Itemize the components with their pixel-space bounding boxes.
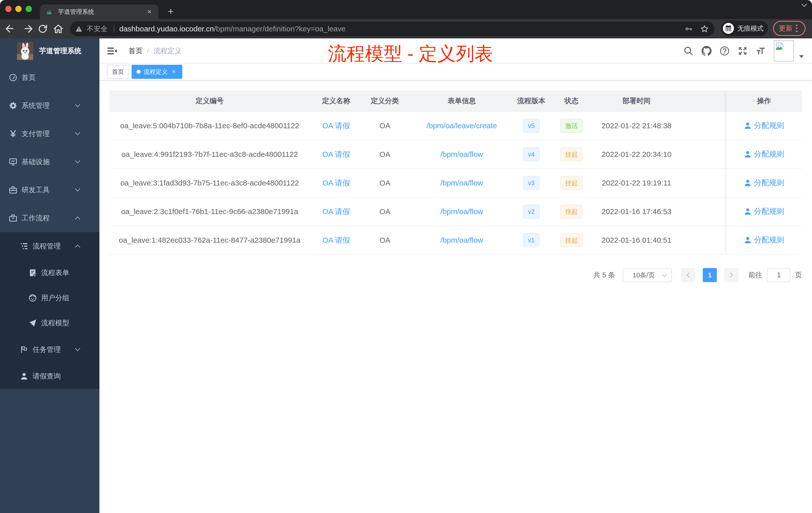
next-page-button[interactable] [724,268,738,282]
sidebar-item-首页[interactable]: 首页 [0,63,99,92]
column-header-部署时间: 部署时间 [597,90,676,112]
user-icon [20,372,28,380]
cell-filler [676,226,726,254]
definition-name-link[interactable]: OA 请假 [322,121,350,130]
user-icon [744,236,752,244]
new-tab-button[interactable]: + [164,5,177,18]
zoom-window-button[interactable] [26,6,32,12]
hamburger-collapse-icon[interactable] [107,46,117,56]
pagination: 共 5 条 10条/页 1 前往 页 [110,268,802,282]
browser-window: 芋道管理系统 × + 不安全 dashboard.yudao.iocoder.c… [0,0,812,513]
cell-status: 激活 [546,112,597,140]
cell-definition-id: oa_leave:4:991f2193-7b7f-11ec-a3c8-acde4… [110,140,310,169]
tag-流程定义[interactable]: 流程定义× [132,65,182,79]
sidebar-item-label: 用户分组 [41,293,69,303]
definition-name-link[interactable]: OA 请假 [322,207,350,216]
back-button[interactable] [3,23,16,35]
form-info-link[interactable]: /bpm/oa/leave/create [427,121,497,130]
form-info-link[interactable]: /bpm/oa/flow [440,179,483,187]
cell-filler [676,140,726,169]
column-header-表单信息: 表单信息 [407,90,516,112]
form-info-link[interactable]: /bpm/oa/flow [440,150,483,158]
tab-search-chevron-icon[interactable] [801,2,808,8]
current-page-button[interactable]: 1 [703,268,717,282]
user-avatar[interactable] [774,40,794,61]
chevron-up-icon [74,215,81,221]
sidebar-item-label: 首页 [22,73,36,82]
minimize-window-button[interactable] [15,6,22,12]
omnibox-separator [114,25,114,33]
url-text[interactable]: dashboard.yudao.iocoder.cn/bpm/manager/d… [119,25,346,33]
close-window-button[interactable] [5,6,11,12]
definition-name-link[interactable]: OA 请假 [322,150,350,158]
sidebar-item-工作流程[interactable]: 工作流程 [0,204,99,232]
sidebar-item-流程表单[interactable]: 流程表单 [0,260,99,285]
sidebar-item-支付管理[interactable]: 支付管理 [0,120,99,148]
help-icon[interactable] [716,38,734,63]
sidebar-item-label: 任务管理 [33,345,61,354]
sidebar-item-请假查询[interactable]: 请假查询 [0,364,99,389]
sidebar-item-任务管理[interactable]: 任务管理 [0,336,99,364]
incognito-badge: 无痕模式 [721,21,768,36]
briefcase-icon [9,214,17,222]
assign-rule-button[interactable]: 分配规则 [744,235,784,245]
search-icon[interactable] [679,38,697,63]
sidebar-item-研发工具[interactable]: 研发工具 [0,176,99,204]
password-key-icon[interactable] [685,25,693,33]
assign-rule-button[interactable]: 分配规则 [744,120,784,131]
breadcrumb-home[interactable]: 首页 [128,46,143,56]
goto-page-input[interactable] [767,268,790,282]
browser-menu-kebab-icon[interactable] [796,25,798,32]
tag-首页[interactable]: 首页 [107,65,129,79]
reload-button[interactable] [37,23,49,35]
browser-tab[interactable]: 芋道管理系统 × [40,4,158,19]
tab-close-icon[interactable]: × [145,8,153,16]
cell-form-info: /bpm/oa/flow [407,140,516,169]
forward-button[interactable] [23,23,35,35]
sidebar-item-流程模型[interactable]: 流程模型 [0,310,99,336]
definition-name-link[interactable]: OA 请假 [322,236,350,244]
github-icon[interactable] [697,38,716,63]
home-button[interactable] [52,23,64,35]
cell-definition-id: oa_leave:3:1fad3d93-7b75-11ec-a3c8-acde4… [110,169,310,197]
sidebar-item-流程管理[interactable]: 流程管理 [0,232,99,260]
assign-rule-button[interactable]: 分配规则 [744,206,784,217]
sidebar-item-系统管理[interactable]: 系统管理 [0,92,99,120]
cell-filler [676,112,726,140]
assign-rule-label: 分配规则 [754,235,784,245]
version-tag: v5 [523,119,540,133]
yuan-icon [9,130,17,138]
pagination-total: 共 5 条 [593,270,615,280]
broken-image-icon [775,42,784,51]
sidebar-item-用户分组[interactable]: 用户分组 [0,285,99,310]
form-icon [29,269,37,277]
send-icon [29,319,37,327]
logo-bunny-avatar [17,42,33,60]
prev-page-button[interactable] [681,268,695,282]
select-chevron-down-icon [661,273,667,279]
active-tag-dot [137,70,141,74]
sidebar-logo[interactable]: 芋道管理系统 [0,38,99,63]
cell-definition-name: OA 请假 [310,112,362,140]
cell-operations: 分配规则 [726,112,802,140]
chevron-up-icon [74,243,81,249]
cell-version: v4 [516,140,546,169]
form-info-link[interactable]: /bpm/oa/flow [440,236,483,244]
definition-name-link[interactable]: OA 请假 [322,179,350,187]
address-bar[interactable]: 不安全 dashboard.yudao.iocoder.cn/bpm/manag… [70,21,715,36]
update-label: 更新 [779,24,792,33]
page-size-select[interactable]: 10条/页 [623,268,672,282]
browser-update-button[interactable]: 更新 [773,21,806,36]
assign-rule-button[interactable]: 分配规则 [744,149,784,159]
font-size-icon[interactable] [752,38,770,63]
browser-tab-strip: 芋道管理系统 × + [0,0,812,19]
fullscreen-icon[interactable] [734,38,752,63]
cell-version: v1 [516,226,546,254]
user-icon [744,208,752,215]
assign-rule-button[interactable]: 分配规则 [744,178,784,188]
sidebar-item-基础设施[interactable]: 基础设施 [0,148,99,176]
tag-close-icon[interactable]: × [170,68,177,75]
bookmark-star-icon[interactable] [700,25,708,33]
version-tag: v2 [523,205,540,219]
form-info-link[interactable]: /bpm/oa/flow [440,207,483,216]
